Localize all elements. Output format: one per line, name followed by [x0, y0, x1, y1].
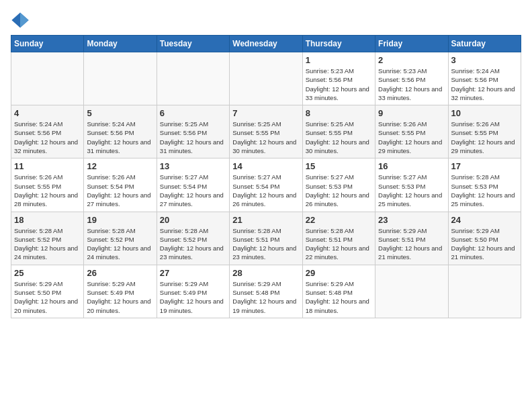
calendar-body: 1Sunrise: 5:23 AM Sunset: 5:56 PM Daylig…: [11, 52, 521, 318]
day-info: Sunrise: 5:29 AM Sunset: 5:48 PM Dayligh…: [232, 279, 299, 315]
header-row: SundayMondayTuesdayWednesdayThursdayFrid…: [11, 36, 521, 52]
day-info: Sunrise: 5:27 AM Sunset: 5:54 PM Dayligh…: [160, 173, 226, 208]
day-info: Sunrise: 5:29 AM Sunset: 5:49 PM Dayligh…: [160, 279, 226, 315]
day-number: 17: [451, 161, 518, 171]
header-sunday: Sunday: [11, 36, 84, 52]
header-tuesday: Tuesday: [157, 36, 229, 52]
calendar-cell: [375, 265, 448, 318]
calendar-cell: 21Sunrise: 5:28 AM Sunset: 5:51 PM Dayli…: [230, 212, 302, 265]
day-number: 7: [232, 108, 299, 118]
week-row-2: 11Sunrise: 5:26 AM Sunset: 5:55 PM Dayli…: [11, 158, 521, 212]
header-monday: Monday: [84, 36, 157, 52]
calendar-cell: 26Sunrise: 5:29 AM Sunset: 5:49 PM Dayli…: [84, 265, 157, 318]
calendar-cell: 16Sunrise: 5:27 AM Sunset: 5:53 PM Dayli…: [375, 158, 448, 212]
day-info: Sunrise: 5:29 AM Sunset: 5:49 PM Dayligh…: [87, 279, 153, 315]
day-info: Sunrise: 5:29 AM Sunset: 5:50 PM Dayligh…: [14, 279, 81, 315]
calendar-cell: [157, 52, 229, 105]
calendar-cell: [230, 52, 302, 105]
day-info: Sunrise: 5:28 AM Sunset: 5:51 PM Dayligh…: [232, 226, 299, 262]
calendar-cell: 29Sunrise: 5:29 AM Sunset: 5:48 PM Dayli…: [302, 265, 375, 318]
calendar-cell: 25Sunrise: 5:29 AM Sunset: 5:50 PM Dayli…: [11, 265, 84, 318]
calendar-cell: 18Sunrise: 5:28 AM Sunset: 5:52 PM Dayli…: [11, 212, 84, 265]
day-number: 26: [87, 268, 153, 278]
calendar-header: SundayMondayTuesdayWednesdayThursdayFrid…: [11, 36, 521, 52]
calendar-cell: 24Sunrise: 5:29 AM Sunset: 5:50 PM Dayli…: [448, 212, 521, 265]
day-info: Sunrise: 5:26 AM Sunset: 5:55 PM Dayligh…: [378, 120, 445, 155]
day-info: Sunrise: 5:25 AM Sunset: 5:55 PM Dayligh…: [306, 120, 372, 155]
day-info: Sunrise: 5:27 AM Sunset: 5:53 PM Dayligh…: [378, 173, 445, 208]
svg-marker-1: [20, 13, 29, 28]
day-number: 13: [160, 161, 226, 171]
day-number: 24: [451, 215, 518, 225]
day-number: 16: [378, 161, 445, 171]
calendar-cell: [11, 52, 84, 105]
day-info: Sunrise: 5:25 AM Sunset: 5:55 PM Dayligh…: [232, 120, 299, 155]
day-number: 18: [14, 215, 81, 225]
day-info: Sunrise: 5:26 AM Sunset: 5:55 PM Dayligh…: [14, 173, 81, 208]
calendar-cell: 15Sunrise: 5:27 AM Sunset: 5:53 PM Dayli…: [302, 158, 375, 212]
day-info: Sunrise: 5:24 AM Sunset: 5:56 PM Dayligh…: [87, 120, 153, 155]
day-info: Sunrise: 5:28 AM Sunset: 5:52 PM Dayligh…: [87, 226, 153, 262]
day-number: 21: [232, 215, 299, 225]
day-number: 9: [378, 108, 445, 118]
day-info: Sunrise: 5:29 AM Sunset: 5:48 PM Dayligh…: [306, 279, 372, 315]
day-number: 27: [160, 268, 226, 278]
calendar-cell: 17Sunrise: 5:28 AM Sunset: 5:53 PM Dayli…: [448, 158, 521, 212]
calendar-cell: 8Sunrise: 5:25 AM Sunset: 5:55 PM Daylig…: [302, 105, 375, 158]
calendar-cell: 14Sunrise: 5:27 AM Sunset: 5:54 PM Dayli…: [230, 158, 302, 212]
day-info: Sunrise: 5:24 AM Sunset: 5:56 PM Dayligh…: [451, 66, 518, 102]
calendar-cell: 27Sunrise: 5:29 AM Sunset: 5:49 PM Dayli…: [157, 265, 229, 318]
day-info: Sunrise: 5:28 AM Sunset: 5:53 PM Dayligh…: [451, 173, 518, 208]
day-info: Sunrise: 5:26 AM Sunset: 5:55 PM Dayligh…: [451, 120, 518, 155]
day-info: Sunrise: 5:28 AM Sunset: 5:52 PM Dayligh…: [14, 226, 81, 262]
day-number: 4: [14, 108, 81, 118]
day-number: 20: [160, 215, 226, 225]
day-info: Sunrise: 5:25 AM Sunset: 5:56 PM Dayligh…: [160, 120, 226, 155]
day-number: 6: [160, 108, 226, 118]
calendar-cell: 28Sunrise: 5:29 AM Sunset: 5:48 PM Dayli…: [230, 265, 302, 318]
calendar-table: SundayMondayTuesdayWednesdayThursdayFrid…: [11, 35, 521, 318]
day-number: 22: [306, 215, 372, 225]
calendar-cell: 10Sunrise: 5:26 AM Sunset: 5:55 PM Dayli…: [448, 105, 521, 158]
calendar-cell: 11Sunrise: 5:26 AM Sunset: 5:55 PM Dayli…: [11, 158, 84, 212]
calendar-cell: 20Sunrise: 5:28 AM Sunset: 5:52 PM Dayli…: [157, 212, 229, 265]
header-thursday: Thursday: [302, 36, 375, 52]
logo: [11, 11, 32, 30]
week-row-0: 1Sunrise: 5:23 AM Sunset: 5:56 PM Daylig…: [11, 52, 521, 105]
day-info: Sunrise: 5:26 AM Sunset: 5:54 PM Dayligh…: [87, 173, 153, 208]
calendar-cell: 1Sunrise: 5:23 AM Sunset: 5:56 PM Daylig…: [302, 52, 375, 105]
week-row-3: 18Sunrise: 5:28 AM Sunset: 5:52 PM Dayli…: [11, 212, 521, 265]
day-number: 15: [306, 161, 372, 171]
logo-icon: [11, 11, 30, 30]
day-info: Sunrise: 5:23 AM Sunset: 5:56 PM Dayligh…: [378, 66, 445, 102]
day-number: 12: [87, 161, 153, 171]
day-number: 23: [378, 215, 445, 225]
day-number: 19: [87, 215, 153, 225]
calendar-cell: 12Sunrise: 5:26 AM Sunset: 5:54 PM Dayli…: [84, 158, 157, 212]
calendar-cell: [84, 52, 157, 105]
day-info: Sunrise: 5:27 AM Sunset: 5:54 PM Dayligh…: [232, 173, 299, 208]
calendar-cell: 4Sunrise: 5:24 AM Sunset: 5:56 PM Daylig…: [11, 105, 84, 158]
calendar-cell: 5Sunrise: 5:24 AM Sunset: 5:56 PM Daylig…: [84, 105, 157, 158]
day-info: Sunrise: 5:24 AM Sunset: 5:56 PM Dayligh…: [14, 120, 81, 155]
day-number: 25: [14, 268, 81, 278]
day-number: 1: [306, 55, 372, 65]
calendar-cell: 23Sunrise: 5:29 AM Sunset: 5:51 PM Dayli…: [375, 212, 448, 265]
day-info: Sunrise: 5:29 AM Sunset: 5:50 PM Dayligh…: [451, 226, 518, 262]
page-header: [11, 11, 521, 30]
calendar-cell: 9Sunrise: 5:26 AM Sunset: 5:55 PM Daylig…: [375, 105, 448, 158]
calendar-cell: 7Sunrise: 5:25 AM Sunset: 5:55 PM Daylig…: [230, 105, 302, 158]
day-info: Sunrise: 5:27 AM Sunset: 5:53 PM Dayligh…: [306, 173, 372, 208]
day-number: 2: [378, 55, 445, 65]
day-number: 10: [451, 108, 518, 118]
day-info: Sunrise: 5:28 AM Sunset: 5:52 PM Dayligh…: [160, 226, 226, 262]
header-saturday: Saturday: [448, 36, 521, 52]
week-row-4: 25Sunrise: 5:29 AM Sunset: 5:50 PM Dayli…: [11, 265, 521, 318]
calendar-cell: 6Sunrise: 5:25 AM Sunset: 5:56 PM Daylig…: [157, 105, 229, 158]
calendar-cell: 3Sunrise: 5:24 AM Sunset: 5:56 PM Daylig…: [448, 52, 521, 105]
day-number: 11: [14, 161, 81, 171]
calendar-cell: [448, 265, 521, 318]
day-number: 3: [451, 55, 518, 65]
day-info: Sunrise: 5:29 AM Sunset: 5:51 PM Dayligh…: [378, 226, 445, 262]
day-info: Sunrise: 5:28 AM Sunset: 5:51 PM Dayligh…: [306, 226, 372, 262]
